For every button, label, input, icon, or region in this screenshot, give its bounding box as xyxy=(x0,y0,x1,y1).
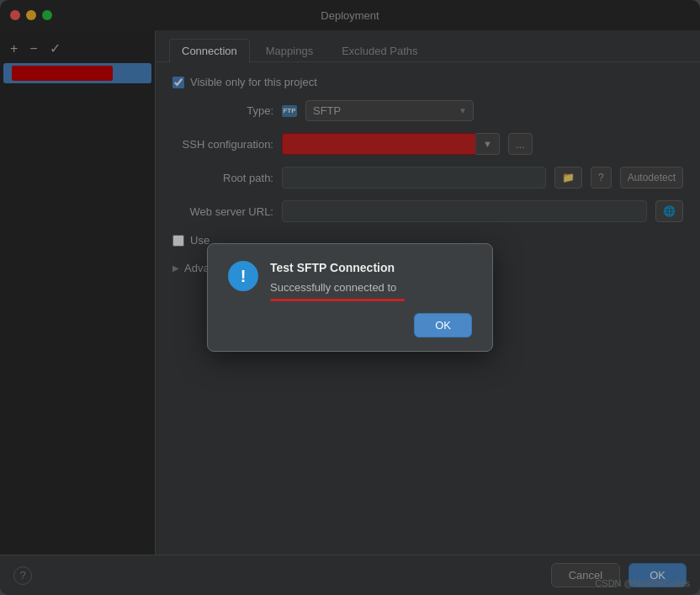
modal-dialog: ! Test SFTP Connection Successfully conn… xyxy=(207,243,493,352)
modal-message: Successfully connected to xyxy=(270,279,472,301)
modal-header: ! Test SFTP Connection Successfully conn… xyxy=(228,261,472,301)
exclamation-icon: ! xyxy=(241,267,247,286)
modal-info-icon: ! xyxy=(228,261,258,291)
modal-title: Test SFTP Connection xyxy=(270,261,472,274)
modal-overlay: ! Test SFTP Connection Successfully conn… xyxy=(0,0,700,595)
redacted-server-name xyxy=(270,299,405,301)
modal-body-text: Test SFTP Connection Successfully connec… xyxy=(270,261,472,301)
modal-ok-button[interactable]: OK xyxy=(414,313,472,337)
modal-footer: OK xyxy=(228,313,472,337)
main-window: Deployment + − ✓ Connection Mappings xyxy=(0,0,700,595)
